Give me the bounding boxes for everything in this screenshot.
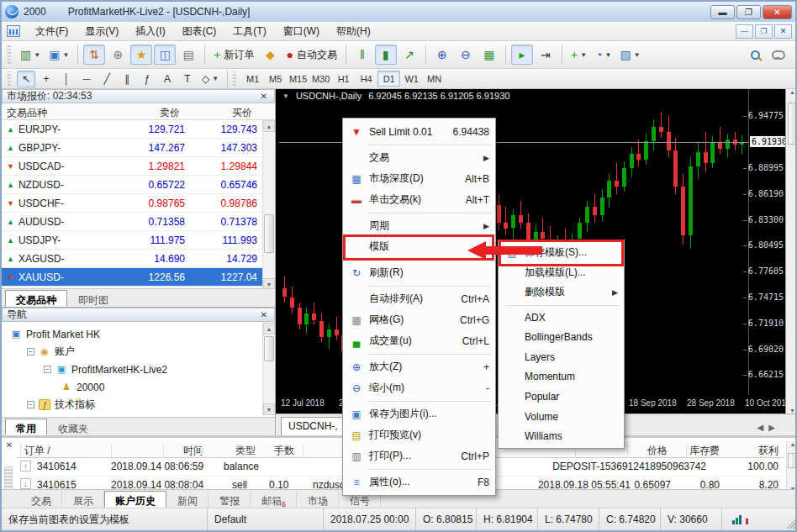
period-selector-button[interactable]: ◔▼ [592,45,615,65]
market-row[interactable]: ▼USDCAD- 1.29821 1.29844 [2,157,275,176]
tab-scroll-left-icon[interactable]: ◀ [757,423,764,432]
metaeditor-button[interactable]: ◆ [260,45,282,65]
tree-item[interactable]: − ▣ ProfitMarketHK-Live2 [7,361,275,378]
market-row[interactable]: ▲AUDUSD- 0.71358 0.71378 [2,213,275,231]
navigator-tab[interactable]: 收藏夹 [47,419,99,435]
close-icon[interactable]: ✕ [258,310,270,319]
cursor-tool[interactable]: ↖ [17,71,35,87]
bar-chart-mode-button[interactable]: ‖ [351,45,373,65]
terminal-tab[interactable]: 账户历史 [104,491,166,508]
profiles-button[interactable]: ▣▼ [45,45,72,65]
navigator-scrollbar[interactable]: ▲ ▼ [262,323,275,415]
column-ask[interactable]: 买价 [185,103,257,119]
terminal-tab[interactable]: 展示 [62,491,104,508]
menu-item[interactable]: ▦ 市场深度(D) Alt+B [344,168,494,189]
market-row[interactable]: ▲XAGUSD- 14.690 14.729 [2,250,275,268]
menu-item[interactable]: ≡ 属性(o)... F8 [344,471,494,492]
tree-item[interactable]: − ◉ 账户 [7,343,275,361]
trendline-tool[interactable]: ╱ [98,71,116,87]
vertical-line-tool[interactable]: │ [57,71,76,87]
toolbar-grip[interactable] [7,45,11,64]
toolbar-grip[interactable] [7,71,11,85]
menu-item[interactable]: 加载模版(L)... [499,263,623,283]
fibonacci-tool[interactable]: ƒ [138,71,156,87]
navigator-tab[interactable]: 常用 [5,419,47,435]
market-watch-scrollbar[interactable]: ▲ ▼ [262,120,275,290]
menu-4[interactable]: 工具(T) [224,22,274,41]
terminal-scrollbar[interactable]: ▲ ▼ [786,441,797,492]
close-button[interactable]: ✕ [763,5,792,19]
chevron-down-icon[interactable]: ▼ [212,75,219,82]
market-row[interactable]: ▼XAUUSD- 1226.56 1227.04 [2,268,275,287]
menu-item[interactable]: 自动排列(A) Ctrl+A [344,288,494,309]
chart-window-icon[interactable] [7,25,20,37]
close-icon[interactable]: ✕ [3,440,15,452]
timeframe-M15[interactable]: M15 [287,71,309,87]
timeframe-MN[interactable]: MN [423,71,446,87]
zoom-in-button[interactable]: ⊕ [431,45,453,65]
market-row[interactable]: ▲EURJPY- 129.721 129.743 [2,120,275,139]
maximize-button[interactable]: ❐ [736,5,761,19]
menu-item[interactable]: Layers [499,347,623,367]
menu-item[interactable]: Williams [499,426,623,446]
menu-item[interactable]: ↻ 刷新(R) [344,262,494,283]
mdi-restore-button[interactable]: ❐ [755,24,773,39]
menu-item[interactable]: ▬ 单击交易(k) Alt+T [344,189,494,210]
timeframe-M1[interactable]: M1 [241,71,264,87]
strategy-tester-button[interactable]: ▤ [177,45,199,65]
tile-windows-button[interactable]: ▦ [478,45,500,65]
menu-item[interactable]: ▥ 打印(P)... Ctrl+P [344,445,494,466]
timeframe-H4[interactable]: H4 [355,71,377,87]
text-tool[interactable]: A [158,71,177,87]
menu-item[interactable]: BollingerBands [499,327,623,347]
terminal-toggle-button[interactable]: ◫ [154,45,176,65]
menu-6[interactable]: 帮助(H) [328,22,379,41]
chevron-down-icon[interactable]: ▼ [605,51,612,59]
search-icon[interactable] [744,45,766,65]
market-watch-tab[interactable]: 即时图 [67,290,119,307]
toolbar-grip[interactable] [232,71,236,85]
line-chart-mode-button[interactable]: ↗ [398,45,420,65]
timeframe-D1[interactable]: D1 [377,71,400,87]
chevron-down-icon[interactable]: ▼ [62,51,69,59]
mdi-close-button[interactable]: ✕ [774,24,792,39]
close-icon[interactable]: ✕ [258,92,270,101]
minimize-button[interactable]: ▬ [710,5,735,19]
menu-item[interactable]: Momentum [499,367,623,387]
menu-item[interactable]: ADX [499,308,623,328]
tree-item[interactable]: − ƒ 技术指标 [7,396,275,413]
timeframe-M30[interactable]: M30 [309,71,332,87]
chevron-down-icon[interactable]: ▼ [580,51,587,59]
menu-item[interactable]: ⊖ 缩小(m) - [344,377,494,398]
auto-scroll-button[interactable]: ▸ [511,45,533,65]
terminal-tab[interactable]: 交易 [20,491,62,508]
chevron-down-icon[interactable]: ▼ [634,51,641,59]
market-watch-toggle-button[interactable]: ⇅ [83,45,105,65]
autotrading-button[interactable]: ●自动交易 [283,45,340,65]
tree-expand-icon[interactable]: − [27,401,34,408]
menu-5[interactable]: 窗口(W) [275,22,328,41]
chart-tab[interactable]: USDCNH-, [281,417,351,435]
menu-item[interactable]: ▄ 成交量(u) Ctrl+L [344,330,494,351]
menu-item[interactable]: 删除模版 ▶ [499,282,623,303]
tree-expand-icon[interactable]: − [27,348,34,356]
tree-item[interactable]: ▣ Profit Market HK [7,325,275,343]
price-axis[interactable]: 6.947756.889956.861906.833006.804956.776… [748,89,785,395]
menu-item[interactable]: ▦ 网格(G) Ctrl+G [344,309,494,330]
add-indicator-button[interactable]: +▼ [567,45,590,65]
candlestick-mode-button[interactable]: ▮ [375,45,397,65]
timeframe-H1[interactable]: H1 [332,71,355,87]
market-row[interactable]: ▲NZDUSD- 0.65722 0.65746 [2,176,275,194]
arrows-tool[interactable]: ◇▼ [198,71,222,87]
menu-1[interactable]: 显示(V) [77,22,127,41]
menu-2[interactable]: 插入(I) [127,22,173,41]
terminal-tab[interactable]: 市场 [297,491,339,508]
chart-shift-button[interactable]: ⇥ [535,45,557,65]
tree-item[interactable]: ♟ 20000 [7,378,275,396]
crosshair-tool[interactable]: + [37,71,55,87]
template-selector-button[interactable]: ▧▼ [616,45,643,65]
market-row[interactable]: ▲USDJPY- 111.975 111.993 [2,231,275,250]
terminal-tab[interactable]: 新闻 [166,491,208,508]
tree-expand-icon[interactable]: − [44,366,51,373]
menu-item[interactable]: Volume [499,407,623,427]
